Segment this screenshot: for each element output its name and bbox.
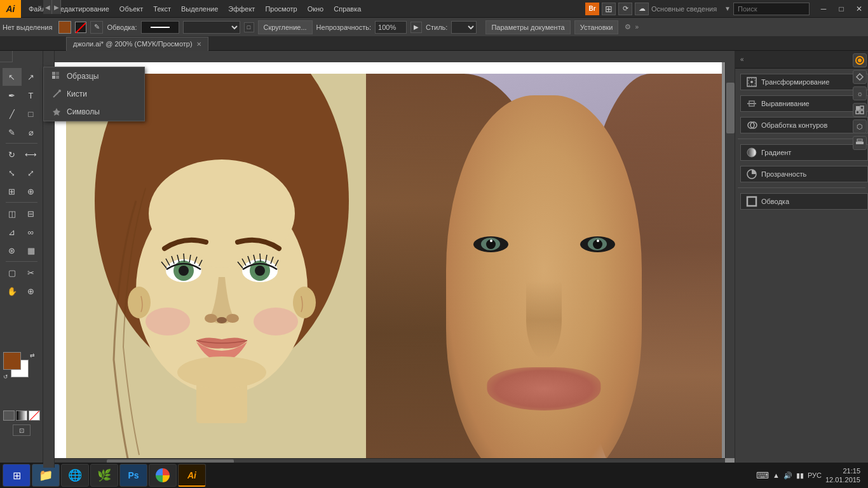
cloud-icon[interactable]: ☁ (635, 3, 649, 15)
cc-icon-3[interactable]: ☼ (853, 86, 867, 100)
pen-tool-btn[interactable]: ✒ (3, 86, 22, 104)
options-settings-icon[interactable]: ⚙ (625, 23, 631, 31)
gradient-tool-btn[interactable]: ◫ (3, 205, 22, 222)
menu-text[interactable]: Текст (148, 3, 176, 15)
battery-icon[interactable]: ▮▮ (796, 471, 804, 480)
rotate-tool-btn[interactable]: ↻ (3, 146, 22, 163)
system-time[interactable]: 21:15 12.01.2015 (825, 466, 860, 485)
wifi-icon[interactable]: ▲ (773, 471, 780, 479)
artboard-tool-btn[interactable]: ▢ (3, 264, 22, 281)
stroke-style-icon[interactable]: ✎ (90, 21, 103, 34)
roundness-button[interactable]: Скругление... (258, 20, 313, 34)
menu-window[interactable]: Окно (302, 3, 329, 15)
warp-tool-btn[interactable]: ⤢ (22, 164, 41, 182)
menu-object[interactable]: Объект (114, 3, 148, 15)
mesh-tool-btn[interactable]: ⊟ (22, 205, 41, 222)
swap-colors-icon[interactable]: ⇄ (30, 352, 35, 358)
maximize-button[interactable]: □ (832, 0, 850, 18)
samples-menu-item[interactable]: Образцы (44, 67, 144, 85)
gradient-panel-header[interactable]: Градиент (741, 145, 867, 160)
cc-icon-5[interactable]: ⬡ (853, 119, 867, 133)
lang-indicator[interactable]: РУС (808, 471, 822, 479)
grid-icon[interactable]: ⊞ (602, 3, 616, 15)
settings-button[interactable]: Установки (574, 20, 619, 34)
cc-icon-2[interactable] (853, 70, 867, 84)
pathfinder-panel-header[interactable]: Обработка контуров (741, 118, 867, 133)
text-tool-btn[interactable]: T (22, 86, 41, 104)
zoom-tool-btn[interactable]: ⊕ (22, 282, 41, 300)
cc-workspace-label[interactable]: Основные сведения (651, 5, 722, 13)
cc-icon-4[interactable] (853, 103, 867, 117)
cc-icon-1[interactable] (853, 53, 867, 67)
symbols-menu-item[interactable]: Символы (44, 103, 144, 121)
align-panel-header[interactable]: Выравнивание (741, 96, 867, 111)
menu-view[interactable]: Просмотр (260, 3, 302, 15)
canvas-area[interactable]: // ruler ticks rendered via SVG below (43, 51, 735, 468)
svg-rect-42 (856, 142, 864, 144)
taskbar-app3[interactable]: 🌿 (90, 464, 118, 487)
menu-help[interactable]: Справка (329, 3, 366, 15)
pencil-tool-btn[interactable]: ✎ (3, 123, 22, 141)
gradient-mode-icon[interactable] (16, 410, 27, 421)
line-tool-btn[interactable]: ╱ (3, 105, 22, 123)
search-input[interactable] (733, 3, 810, 15)
color-swatches-area: ⇄ ↺ ⊡ (3, 352, 40, 436)
close-button[interactable]: ✕ (850, 0, 868, 18)
opacity-input[interactable] (375, 21, 407, 34)
no-color-swatch[interactable] (75, 22, 86, 33)
bridge-icon[interactable]: Br (585, 3, 599, 15)
document-tab-close[interactable]: ✕ (196, 41, 201, 48)
panel-toggle-btn[interactable]: ◀ (43, 0, 52, 14)
menu-select[interactable]: Выделение (176, 3, 223, 15)
sync-icon[interactable]: ⟳ (618, 3, 632, 15)
scrollbar-vertical-thumb[interactable] (726, 83, 735, 133)
minimize-button[interactable]: ─ (815, 0, 832, 18)
blend-tool-btn[interactable]: ∞ (22, 223, 41, 241)
opacity-arrow[interactable]: ▶ (410, 22, 422, 33)
screen-mode-btn[interactable]: ⊡ (3, 424, 40, 436)
direct-select-tool-btn[interactable]: ↗ (22, 68, 41, 86)
panel-expand-icon[interactable]: « (740, 56, 744, 63)
fill-color-swatch[interactable] (58, 21, 71, 34)
workspace-dropdown-icon[interactable]: ▼ (724, 5, 731, 12)
foreground-color-swatch[interactable] (3, 352, 21, 370)
shape-builder-btn[interactable]: ⊕ (22, 182, 41, 200)
scale-tool-btn[interactable]: ⤡ (3, 164, 22, 182)
transform-panel-header[interactable]: Трансформирование (741, 74, 867, 90)
panel-toggle-btn2[interactable]: ▶ (52, 0, 61, 14)
taskbar-ie[interactable]: 🌐 (61, 464, 89, 487)
scrollbar-vertical[interactable] (725, 51, 735, 458)
transparency-panel-header[interactable]: Прозрачность (741, 166, 867, 182)
stroke-dropdown[interactable] (183, 21, 240, 34)
expand-panel-icon[interactable]: » (635, 24, 639, 30)
color-mode-icon[interactable] (3, 410, 15, 421)
brushes-menu-item[interactable]: Кисти (44, 85, 144, 103)
document-params-button[interactable]: Параметры документа (485, 20, 570, 34)
slice-tool-btn[interactable]: ✂ (22, 264, 41, 281)
svg-point-20 (179, 266, 189, 276)
samples-label: Образцы (67, 72, 98, 81)
blob-brush-btn[interactable]: ⌀ (22, 123, 41, 141)
no-color-mode-icon[interactable] (29, 410, 40, 421)
style-dropdown[interactable] (451, 21, 477, 34)
keyboard-icon[interactable]: ⌨ (756, 470, 769, 480)
graph-tool-btn[interactable]: ▦ (22, 241, 41, 259)
reflect-tool-btn[interactable]: ⟷ (22, 146, 41, 163)
reset-colors-icon[interactable]: ↺ (3, 374, 8, 380)
rect-tool-btn[interactable]: □ (22, 105, 41, 123)
eyedropper-btn[interactable]: ⊿ (3, 223, 22, 241)
symbol-tool-btn[interactable]: ⊛ (3, 241, 22, 259)
free-transform-btn[interactable]: ⊞ (3, 182, 22, 200)
document-tab[interactable]: джоли.ai* @ 200% (СМУК/Просмотр) ✕ (66, 37, 208, 51)
stroke-type-box[interactable]: □ (244, 22, 254, 32)
stroke-panel-header[interactable]: Обводка (741, 194, 867, 209)
start-button[interactable]: ⊞ (3, 464, 31, 487)
taskbar-photoshop[interactable]: Ps (119, 464, 147, 487)
hand-tool-btn[interactable]: ✋ (3, 282, 22, 300)
volume-icon[interactable]: 🔊 (783, 471, 792, 480)
cc-icon-6[interactable] (853, 136, 867, 150)
taskbar-chrome[interactable] (149, 464, 177, 487)
select-tool-btn[interactable]: ↖ (3, 68, 22, 86)
menu-effect[interactable]: Эффект (223, 3, 260, 15)
taskbar-illustrator[interactable]: Ai (178, 464, 206, 487)
